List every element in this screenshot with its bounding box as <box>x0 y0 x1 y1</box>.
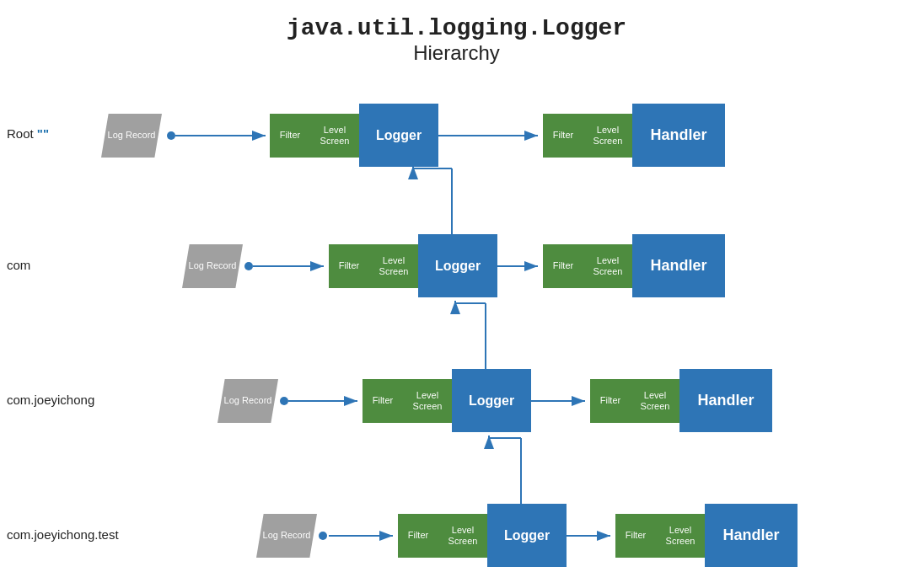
filter1-com: Filter <box>329 244 369 288</box>
level-screen1-test: Level Screen <box>438 514 487 558</box>
dot-test <box>319 532 327 540</box>
title-block: java.util.logging.Logger Hierarchy <box>0 0 913 72</box>
filter2-test: Filter <box>615 514 656 558</box>
dot-com <box>244 262 253 270</box>
row-label-root: Root "" <box>7 126 49 141</box>
level-screen2-test: Level Screen <box>656 514 705 558</box>
logger-test: Logger <box>487 504 567 567</box>
log-record-joeyichong: Log Record <box>218 379 278 423</box>
row-label-joeyichong: com.joeyichong <box>7 393 94 407</box>
level-screen1-joeyichong: Level Screen <box>403 379 452 423</box>
log-record-test: Log Record <box>256 514 317 558</box>
log-record-com: Log Record <box>182 244 243 288</box>
row-label-test: com.joeyichong.test <box>7 527 119 542</box>
level-screen1-root: Level Screen <box>310 114 359 158</box>
filter1-joeyichong: Filter <box>363 379 403 423</box>
diagram: Root "" Log Record Filter Level Screen L… <box>0 72 913 575</box>
page: java.util.logging.Logger Hierarchy <box>0 0 913 588</box>
logger-com: Logger <box>418 234 497 297</box>
handler-joeyichong: Handler <box>679 369 772 432</box>
handler-root: Handler <box>632 104 725 167</box>
filter1-root: Filter <box>270 114 310 158</box>
filter2-com: Filter <box>543 244 583 288</box>
filter2-root: Filter <box>543 114 583 158</box>
row-label-com: com <box>7 258 30 272</box>
level-screen1-com: Level Screen <box>369 244 418 288</box>
logger-joeyichong: Logger <box>452 369 531 432</box>
logger-root: Logger <box>359 104 438 167</box>
filter2-joeyichong: Filter <box>590 379 631 423</box>
root-quoted: "" <box>37 126 49 141</box>
level-screen2-joeyichong: Level Screen <box>631 379 679 423</box>
title-line1: java.util.logging.Logger <box>0 15 913 41</box>
level-screen2-root: Level Screen <box>583 114 632 158</box>
filter1-test: Filter <box>398 514 438 558</box>
handler-test: Handler <box>705 504 798 567</box>
handler-com: Handler <box>632 234 725 297</box>
log-record-root: Log Record <box>101 114 162 158</box>
dot-joeyichong <box>280 397 288 405</box>
level-screen2-com: Level Screen <box>583 244 632 288</box>
dot-root <box>167 131 175 140</box>
title-line2: Hierarchy <box>0 41 913 65</box>
